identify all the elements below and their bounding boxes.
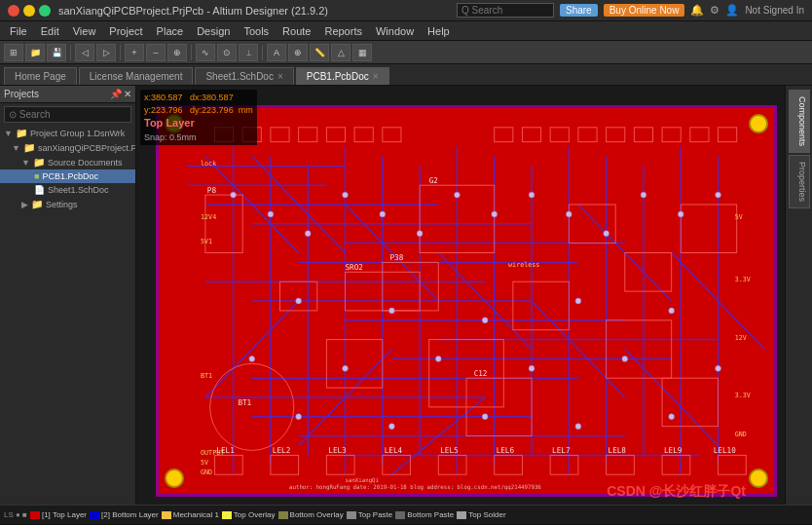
menu-design[interactable]: Design <box>191 23 236 39</box>
menu-place[interactable]: Place <box>151 23 190 39</box>
close-button[interactable] <box>8 5 19 17</box>
zoom-fit-button[interactable]: ⊕ <box>167 44 187 61</box>
panel-close-icon[interactable]: ✕ <box>124 89 131 99</box>
tree-arrow-group: ▼ <box>4 129 13 138</box>
y-coord: y:223.796 <box>144 105 183 115</box>
menu-route[interactable]: Route <box>277 23 316 39</box>
svg-text:G2: G2 <box>429 176 439 185</box>
route-button[interactable]: ∿ <box>196 44 215 61</box>
layer-bottom-label: [2] Bottom Layer <box>101 510 159 519</box>
svg-point-105 <box>622 356 628 361</box>
layer-bottom-paste[interactable]: Bottom Paste <box>395 510 454 519</box>
menu-file[interactable]: File <box>4 23 33 39</box>
menu-project[interactable]: Project <box>103 23 148 39</box>
titlebar: sanXiangQiPCBProject.PrjPcb - Altium Des… <box>0 0 812 21</box>
svg-rect-77 <box>607 128 625 142</box>
svg-rect-44 <box>383 262 438 311</box>
svg-point-99 <box>575 298 581 304</box>
properties-tab[interactable]: Properties <box>789 155 810 208</box>
toolbar-sep3 <box>191 45 192 60</box>
buy-label[interactable]: Buy Online Now <box>604 4 685 17</box>
svg-point-86 <box>380 211 386 217</box>
tree-label-project: sanXiangQiPCBProject.PrjPcb <box>38 143 136 153</box>
design-rules-button[interactable]: △ <box>331 44 351 61</box>
layer-bottom-overlay[interactable]: Bottom Overlay <box>278 510 344 519</box>
tab-schematic-close[interactable]: × <box>277 71 283 82</box>
bell-icon[interactable]: 🔔 <box>690 4 704 17</box>
user-icon[interactable]: 👤 <box>725 4 739 17</box>
layer-bottom[interactable]: [2] Bottom Layer <box>90 510 159 519</box>
line-button[interactable]: ⟂ <box>239 44 258 61</box>
zoom-in-button[interactable]: + <box>125 44 144 61</box>
tree-item-project[interactable]: ▼ 📁 sanXiangQiPCBProject.PrjPcb <box>0 140 135 155</box>
pcb-board[interactable]: P8 G2 SRO2 P38 BT1 C12 LEL1 LEL2 LEL3 LE… <box>156 105 777 497</box>
menu-edit[interactable]: Edit <box>35 23 65 39</box>
menu-view[interactable]: View <box>67 23 102 39</box>
svg-rect-78 <box>634 128 652 142</box>
components-tab[interactable]: Components <box>789 90 810 153</box>
menu-help[interactable]: Help <box>422 23 456 39</box>
share-label[interactable]: Share <box>560 4 598 17</box>
svg-rect-80 <box>690 128 709 142</box>
maximize-button[interactable] <box>39 5 51 17</box>
tree-arrow-project: ▼ <box>12 143 20 153</box>
menu-reports[interactable]: Reports <box>318 23 368 39</box>
svg-rect-62 <box>550 455 578 474</box>
svg-text:lock: lock <box>201 160 216 168</box>
tree-item-project-group[interactable]: ▼ 📁 Project Group 1.DsnWrk <box>0 126 135 140</box>
unit-label: mm <box>239 105 253 115</box>
svg-text:LEL8: LEL8 <box>609 446 627 455</box>
layer-dot-mech1 <box>162 511 171 519</box>
main-toolbar: ⊞ 📁 💾 ◁ ▷ + – ⊕ ∿ ⊙ ⟂ A ⊕ 📏 △ ▦ <box>0 41 812 64</box>
tree-item-settings[interactable]: ▶ 📁 Settings <box>0 197 135 211</box>
settings-icon[interactable]: ⚙ <box>710 4 720 17</box>
tab-license[interactable]: License Management <box>79 67 194 85</box>
layer-top-overlay[interactable]: Top Overlay <box>222 510 276 519</box>
new-button[interactable]: ⊞ <box>4 44 23 61</box>
pcb-traces-svg: P8 G2 SRO2 P38 BT1 C12 LEL1 LEL2 LEL3 LE… <box>159 108 774 494</box>
component-button[interactable]: ⊕ <box>288 44 308 61</box>
layer-top-paste[interactable]: Top Paste <box>347 510 393 519</box>
panel-pin-icon[interactable]: 📌 <box>110 89 122 99</box>
layer-top[interactable]: [1] Top Layer <box>30 510 87 519</box>
tab-schematic[interactable]: Sheet1.SchDoc × <box>195 67 293 85</box>
layer-bottom-paste-label: Bottom Paste <box>407 510 454 519</box>
tree-item-schematic[interactable]: 📄 Sheet1.SchDoc <box>0 183 135 197</box>
title-search-input[interactable] <box>457 3 554 18</box>
layer-mech1[interactable]: Mechanical 1 <box>162 510 219 519</box>
svg-rect-68 <box>271 128 289 142</box>
save-button[interactable]: 💾 <box>47 44 66 61</box>
tree-item-source-docs[interactable]: ▼ 📁 Source Documents <box>0 155 135 169</box>
right-side-panel: Components Properties <box>785 86 812 505</box>
layer-top-solder[interactable]: Top Solder <box>457 510 505 519</box>
via-button[interactable]: ⊙ <box>217 44 237 61</box>
measure-button[interactable]: 📏 <box>310 44 329 61</box>
tab-home[interactable]: Home Page <box>4 67 77 85</box>
pcb-canvas-area[interactable]: x:380.587 dx:380.587 y:223.796 dy:223.79… <box>136 86 785 505</box>
tab-pcb[interactable]: PCB1.PcbDoc × <box>296 67 389 85</box>
svg-point-84 <box>305 231 311 237</box>
projects-label: Projects <box>4 89 39 99</box>
tree-item-pcb[interactable]: ■ PCB1.PcbDoc <box>0 169 135 183</box>
projects-search[interactable] <box>4 106 131 123</box>
layer-dot-top <box>30 511 40 519</box>
grid-button[interactable]: ▦ <box>352 44 372 61</box>
tab-home-label: Home Page <box>15 71 66 82</box>
active-layer-label: Top Layer <box>144 116 253 131</box>
svg-text:BT1: BT1 <box>238 398 251 407</box>
forward-button[interactable]: ▷ <box>96 44 116 61</box>
back-button[interactable]: ◁ <box>75 44 94 61</box>
svg-text:LEL3: LEL3 <box>328 446 347 455</box>
menu-tools[interactable]: Tools <box>238 23 275 39</box>
svg-text:LEL7: LEL7 <box>552 446 571 455</box>
svg-point-92 <box>604 231 609 237</box>
text-button[interactable]: A <box>267 44 286 61</box>
menu-window[interactable]: Window <box>370 23 420 39</box>
svg-text:LEL9: LEL9 <box>664 446 683 455</box>
svg-text:LEL4: LEL4 <box>385 446 403 455</box>
tab-pcb-close[interactable]: × <box>373 71 379 82</box>
zoom-out-button[interactable]: – <box>146 44 166 61</box>
minimize-button[interactable] <box>23 5 35 17</box>
tree-arrow-source: ▼ <box>21 158 30 168</box>
open-button[interactable]: 📁 <box>25 44 45 61</box>
